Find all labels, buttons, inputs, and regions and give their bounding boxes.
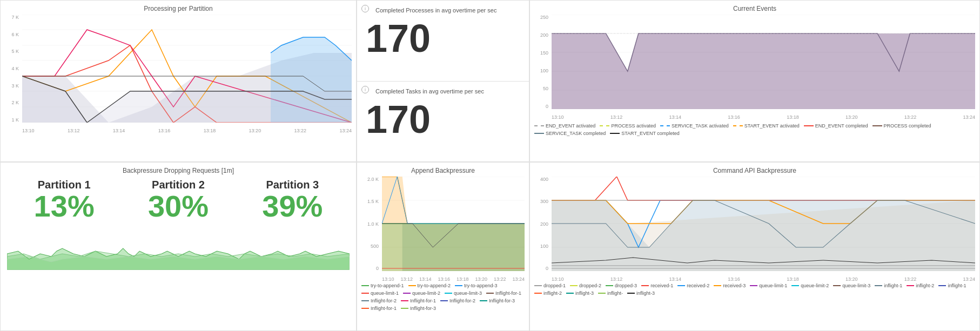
y-label: 200 (540, 32, 548, 38)
y-label: 1.0 K (367, 221, 379, 227)
x-label: 13:24 (963, 276, 975, 282)
current-events-legend: END_EVENT activated PROCESS activated SE… (534, 123, 975, 136)
legend-inflight-3a: Inflight-for-3 (480, 298, 515, 303)
partition-3: Partition 3 39% (262, 179, 323, 221)
partition-1: Partition 1 13% (34, 179, 95, 221)
y-label: 3 K (11, 83, 19, 89)
legend-received-1: received-1 (641, 283, 673, 288)
y-label: 0 (546, 266, 548, 271)
x-label: 13:22 (494, 276, 506, 282)
legend-dropped-2: dropped-2 (570, 283, 601, 288)
legend-inflight-1c: Inflight-for-1 (361, 306, 397, 311)
legend-service-task-completed: SERVICE_TASK completed (534, 131, 606, 136)
y-label: 250 (540, 15, 548, 20)
legend-process-completed: PROCESS completed (872, 123, 931, 129)
y-label: 5 K (11, 49, 19, 54)
legend-received-2: received-2 (677, 283, 709, 288)
backpressure-panel: Backpressure Dropping Requests [1m] Part… (0, 162, 357, 331)
legend-cmd-inflight-2b: inflight-2 (534, 291, 562, 296)
y-label: 1 K (11, 117, 19, 123)
info-icon-processes[interactable]: i (361, 5, 369, 12)
x-label: 13:20 (845, 276, 858, 282)
partition-row: Partition 1 13% Partition 2 30% Partitio… (7, 179, 350, 221)
current-events-panel: Current Events 250 200 150 100 50 0 (529, 0, 980, 162)
x-label: 13:14 (419, 276, 432, 282)
x-label: 13:20 (845, 114, 858, 120)
y-label: 4 K (11, 66, 19, 71)
legend-dropped-1: dropped-1 (534, 283, 566, 288)
legend-queue-limit-1: queue-limit-1 (361, 291, 399, 296)
x-label: 13:14 (669, 114, 682, 120)
legend-inflight-1a: Inflight-for-1 (486, 291, 521, 296)
x-label: 13:18 (787, 114, 799, 120)
partition-1-value: 13% (34, 191, 95, 221)
completed-processes-panel: i Completed Processes in avg overtime pe… (357, 1, 529, 82)
legend-cmd-queue-limit-3: queue-limit-3 (833, 283, 870, 288)
command-api-chart (552, 177, 975, 271)
legend-cmd-inflight-1b: inflight-1 (938, 283, 966, 288)
backpressure-title: Backpressure Dropping Requests [1m] (7, 167, 350, 174)
x-label: 13:18 (787, 276, 799, 282)
y-label: 400 (540, 177, 548, 182)
legend-start-event-completed: START_EVENT completed (610, 131, 680, 136)
x-label: 13:16 (438, 276, 450, 282)
x-label: 13:24 (339, 128, 352, 133)
y-label: 300 (540, 199, 548, 204)
y-label: 6 K (11, 32, 19, 37)
info-icon-tasks[interactable]: i (361, 86, 369, 93)
processing-per-partition-title: Processing per Partition (5, 5, 352, 12)
legend-end-event-completed: END_EVENT completed (804, 123, 868, 129)
legend-received-3: received-3 (714, 283, 746, 288)
legend-try-append-1: try-to-append-1 (361, 283, 404, 288)
x-label: 13:10 (552, 276, 564, 282)
y-label: 150 (540, 50, 548, 56)
completed-tasks-panel: i Completed Tasks in avg overtime per se… (357, 82, 529, 162)
x-label: 13:20 (249, 128, 261, 133)
x-label: 13:14 (113, 128, 125, 133)
legend-inflight-3b: Inflight-for-3 (401, 306, 436, 311)
append-backpressure-legend: try-to-append-1 try-to-append-2 try-to-a… (361, 283, 525, 311)
completed-tasks-title: Completed Tasks in avg overtime per sec (375, 88, 520, 94)
legend-cmd-inflight-3b: inflight-3 (627, 291, 655, 296)
x-label: 13:12 (400, 276, 413, 282)
append-backpressure-chart (382, 177, 525, 271)
completed-tasks-value: 170 (366, 100, 520, 139)
x-label: 13:20 (475, 276, 487, 282)
legend-try-append-2: try-to-append-2 (408, 283, 451, 288)
current-events-chart (552, 15, 975, 109)
legend-cmd-inflight-2: inflight-2 (907, 283, 934, 288)
x-label: 13:16 (728, 276, 740, 282)
completed-processes-value: 170 (366, 19, 520, 58)
x-label: 13:14 (669, 276, 682, 282)
legend-service-task-activated: SERVICE_TASK activated (660, 123, 729, 129)
legend-cmd-queue-limit-2: queue-limit-2 (791, 283, 829, 288)
current-events-title: Current Events (534, 5, 975, 12)
y-label: 0 (546, 104, 548, 109)
legend-cmd-inflight-dash: inflight- (598, 291, 623, 296)
command-api-title: Command API Backpressure (534, 167, 975, 174)
metrics-panel: i Completed Processes in avg overtime pe… (357, 0, 529, 162)
x-label: 13:16 (158, 128, 171, 133)
legend-cmd-inflight-1: inflight-1 (875, 283, 902, 288)
y-label: 1.5 K (367, 199, 379, 204)
x-label: 13:22 (904, 276, 917, 282)
processing-per-partition-panel: Processing per Partition 7 K 6 K 5 K 4 K… (0, 0, 357, 162)
legend-start-event-activated: START_EVENT activated (733, 123, 800, 129)
x-label: 13:18 (204, 128, 216, 133)
x-label: 13:22 (294, 128, 307, 133)
x-label: 13:16 (728, 114, 740, 120)
y-label: 100 (540, 244, 548, 249)
append-backpressure-title: Append Backpressure (361, 167, 525, 174)
svg-marker-17 (552, 33, 975, 109)
partition-3-value: 39% (262, 191, 323, 221)
x-label: 13:10 (22, 128, 35, 133)
command-api-panel: Command API Backpressure 400 300 200 100… (529, 162, 980, 331)
svg-marker-28 (402, 224, 525, 271)
x-label: 13:12 (610, 114, 623, 120)
x-label: 13:24 (963, 114, 975, 120)
legend-process-activated: PROCESS activated (600, 123, 656, 129)
partition-2: Partition 2 30% (148, 179, 209, 221)
y-label: 200 (540, 221, 548, 227)
append-backpressure-panel: Append Backpressure 2.0 K 1.5 K 1.0 K 50… (357, 162, 529, 331)
completed-processes-title: Completed Processes in avg overtime per … (375, 7, 520, 13)
